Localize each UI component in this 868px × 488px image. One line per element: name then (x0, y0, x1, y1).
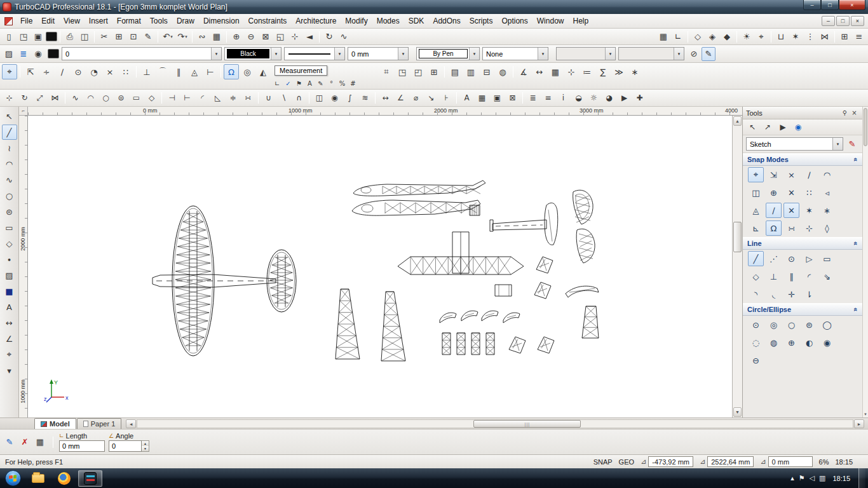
add-view-icon[interactable]: ⊞ (837, 30, 851, 44)
minimize-button[interactable]: – (803, 0, 821, 10)
coordinate-readout-icon[interactable]: ⊹ (564, 64, 579, 79)
taskbar-turbocad-button[interactable] (78, 470, 102, 487)
trim-icon[interactable]: ⊣ (165, 91, 179, 105)
line-tangent-arc-icon[interactable]: ◜ (801, 269, 817, 284)
camera-icon[interactable]: ⌖ (754, 30, 768, 44)
snap-aperture-icon[interactable]: ◊ (819, 220, 835, 236)
spline-tool-icon[interactable]: ∿ (2, 172, 17, 187)
layer-combo-arrow[interactable]: ▾ (211, 48, 221, 60)
panel-scrollbar[interactable]: ▼ (862, 107, 868, 417)
line-tool-icon[interactable]: ╱ (2, 125, 17, 140)
render-quality-icon[interactable]: ◆ (720, 30, 734, 44)
snap-face-icon[interactable]: ◫ (748, 185, 764, 200)
new-icon[interactable]: ▯ (2, 30, 16, 44)
layer-combo[interactable]: 0 ▾ (62, 47, 222, 60)
menu-dimension[interactable]: Dimension (199, 15, 244, 27)
circle-tool-icon[interactable]: ○ (2, 188, 17, 203)
viewport-icon[interactable]: ⊟ (479, 64, 494, 79)
confirm-check-icon[interactable]: ✓ (283, 78, 294, 89)
render-mode-icon[interactable]: ◍ (495, 64, 510, 79)
line-single-icon[interactable]: ╱ (748, 251, 764, 266)
panel-close-icon[interactable]: × (850, 108, 859, 118)
z-coordinate-field[interactable]: 0 mm (768, 456, 813, 467)
menu-help[interactable]: Help (568, 15, 593, 27)
circle-center-radius-icon[interactable]: ⊙ (748, 317, 764, 332)
one-time-snap-icon[interactable]: ⌖ (2, 64, 17, 79)
no-brush-icon[interactable]: ⊘ (687, 47, 701, 61)
zoom-window-icon[interactable]: ⊠ (259, 30, 273, 44)
calculate-icon[interactable]: ∑ (595, 64, 611, 79)
redo-icon[interactable]: ↷▾ (175, 30, 189, 44)
arc-tool-icon[interactable]: ◠ (2, 156, 17, 172)
internet-globe-icon[interactable]: ◉ (791, 121, 805, 133)
scroll-right-button[interactable]: ► (854, 419, 864, 428)
snap-divide-icon[interactable]: ∺ (783, 220, 799, 236)
color-combo[interactable]: Black ▾ (224, 47, 281, 60)
divide-icon[interactable]: ∺ (241, 91, 255, 105)
ellipse-icon[interactable]: ⊜ (114, 91, 128, 105)
table-grid-icon[interactable]: ▦ (33, 435, 47, 449)
snap-nearest-icon[interactable]: ∕ (55, 64, 70, 79)
number-sign-icon[interactable]: # (348, 78, 358, 89)
menu-edit[interactable]: Edit (37, 15, 59, 27)
vertical-ruler[interactable]: 2000 mm1000 mm (19, 116, 28, 417)
revolve-icon[interactable]: ◉ (327, 91, 342, 105)
hatch-pattern-icon[interactable]: ▨ (2, 47, 16, 61)
snap-star-icon[interactable]: ∗ (819, 203, 835, 218)
color-combo-arrow[interactable]: ▾ (271, 48, 281, 60)
zoom-level[interactable]: 6% (819, 458, 829, 466)
close-button[interactable]: × (839, 0, 865, 10)
line-rectangle-icon[interactable]: ▭ (819, 251, 835, 266)
dimension-leader-icon[interactable]: ↘ (424, 91, 438, 105)
magnetic-point-icon[interactable]: Ω (766, 220, 782, 236)
circle-icon[interactable]: ○ (98, 91, 113, 105)
line-width-combo[interactable]: 0 mm ▾ (348, 47, 409, 60)
undo-icon[interactable]: ↶▾ (161, 30, 175, 44)
circle-two-point-icon[interactable]: ○ (783, 317, 799, 332)
vertical-scroll-thumb[interactable] (733, 222, 742, 252)
percent-icon[interactable]: % (337, 78, 348, 89)
maximize-button[interactable]: □ (821, 0, 839, 10)
collapse-circle-icon[interactable]: « (852, 308, 860, 311)
ellipse-center-icon[interactable]: ⊕ (783, 335, 799, 350)
ruler-corner[interactable]: ⌐ (19, 107, 28, 116)
x-coordinate-field[interactable]: -473,92 mm (648, 456, 693, 467)
link-icon[interactable]: ∾ (195, 30, 209, 44)
select-all-icon[interactable]: ▦ (210, 30, 224, 44)
show-desktop-button[interactable] (858, 468, 865, 488)
rectangle-tool-icon[interactable]: ▭ (2, 220, 17, 235)
extend-icon[interactable]: ⊢ (180, 91, 194, 105)
coordinate-system-icon[interactable]: ⌗ (379, 64, 394, 79)
fill-combo-arrow[interactable]: ▾ (538, 48, 548, 60)
insert-block-icon[interactable]: ⊠ (505, 91, 520, 105)
snap-status-toggle[interactable]: SNAP (593, 458, 613, 466)
insert-image-icon[interactable]: ▣ (490, 91, 505, 105)
paste-icon[interactable]: ⊡ (126, 30, 140, 44)
boolean-union-icon[interactable]: ∪ (261, 91, 276, 105)
snap-workplane-icon[interactable]: ◬ (748, 203, 764, 218)
lights-toggle-icon[interactable]: ☼ (587, 91, 601, 105)
explode-icon[interactable]: ✶ (789, 30, 803, 44)
options-star-icon[interactable]: ∗ (627, 64, 642, 79)
pen-combo-arrow[interactable]: ▾ (469, 48, 479, 60)
point-tool-icon[interactable]: ∙ (2, 252, 17, 267)
circle-rotated-icon[interactable]: ◐ (801, 335, 817, 350)
pan-icon[interactable]: ⊹ (288, 30, 302, 44)
text-tool-icon[interactable]: A (2, 299, 17, 315)
transform-scale-icon[interactable]: ⤢ (32, 91, 47, 105)
length-input[interactable]: 0 mm (59, 440, 105, 452)
named-views-icon[interactable]: ≡ (852, 30, 866, 44)
ortho-toggle-icon[interactable]: ∟ (272, 78, 283, 89)
angle-dimension-tool-icon[interactable]: ∠ (2, 331, 17, 346)
taskbar-clock[interactable]: 18:15 (830, 475, 854, 482)
render-hidden-line-icon[interactable]: ◈ (705, 30, 719, 44)
area-meter-icon[interactable]: ▦ (548, 64, 563, 79)
workplane-by-entity-icon[interactable]: ◰ (410, 64, 426, 79)
menu-architecture[interactable]: Architecture (291, 15, 341, 27)
ellipse-diameter-icon[interactable]: ◉ (819, 335, 835, 350)
loft-icon[interactable]: ≋ (358, 91, 372, 105)
horizontal-scroll-track[interactable]: ||| (137, 419, 853, 428)
menu-insert[interactable]: Insert (85, 15, 112, 27)
select-tool-icon[interactable]: ↖ (2, 109, 17, 124)
line-perpendicular-icon[interactable]: ⊥ (766, 269, 782, 284)
